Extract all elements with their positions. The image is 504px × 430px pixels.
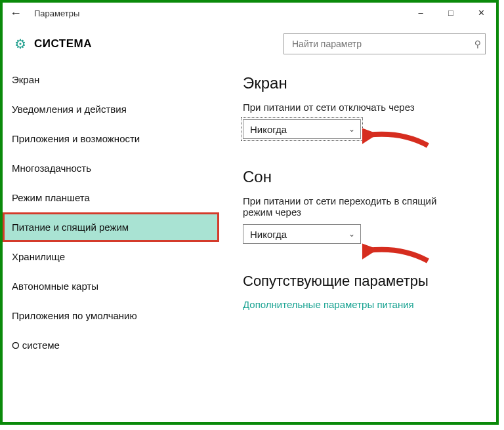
sidebar-item-tablet[interactable]: Режим планшета (3, 183, 219, 212)
search-icon: ⚲ (474, 39, 481, 49)
sleep-value: Никогда (250, 229, 287, 240)
sidebar-item-display[interactable]: Экран (3, 65, 219, 94)
sidebar-item-multitasking[interactable]: Многозадачность (3, 153, 219, 183)
search-input[interactable] (291, 38, 474, 50)
sidebar-item-notifications[interactable]: Уведомления и действия (3, 94, 219, 124)
related-heading: Сопутствующие параметры (243, 273, 490, 290)
advanced-power-link[interactable]: Дополнительные параметры питания (243, 299, 490, 310)
sidebar-item-power[interactable]: Питание и спящий режим (3, 212, 219, 242)
screen-heading: Экран (243, 74, 490, 92)
sidebar-item-apps[interactable]: Приложения и возможности (3, 124, 219, 153)
titlebar: ← Параметры – □ ✕ (3, 3, 496, 24)
chevron-down-icon: ⌄ (348, 229, 355, 239)
screen-off-label: При питании от сети отключать через (243, 102, 466, 113)
window-title: Параметры (34, 9, 79, 18)
sidebar-item-storage[interactable]: Хранилище (3, 242, 219, 271)
gear-icon: ⚙ (14, 37, 26, 50)
screen-off-value: Никогда (250, 124, 287, 135)
sleep-select[interactable]: Никогда ⌄ (243, 224, 361, 244)
search-box[interactable]: ⚲ (284, 33, 486, 54)
sleep-label: При питании от сети переходить в спящий … (243, 195, 466, 218)
header: ⚙ СИСТЕМА ⚲ (3, 24, 496, 61)
close-button[interactable]: ✕ (466, 3, 496, 24)
content: Экран При питании от сети отключать чере… (219, 61, 496, 420)
maximize-button[interactable]: □ (436, 3, 466, 24)
sidebar-item-maps[interactable]: Автономные карты (3, 271, 219, 301)
page-title: СИСТЕМА (34, 37, 92, 50)
sidebar-item-about[interactable]: О системе (3, 330, 219, 360)
back-button[interactable]: ← (3, 3, 29, 24)
screen-off-select[interactable]: Никогда ⌄ (243, 119, 361, 139)
sidebar-item-default-apps[interactable]: Приложения по умолчанию (3, 301, 219, 330)
chevron-down-icon: ⌄ (348, 125, 355, 134)
sidebar: Экран Уведомления и действия Приложения … (3, 61, 219, 420)
minimize-button[interactable]: – (406, 3, 436, 24)
sleep-heading: Сон (243, 168, 490, 186)
